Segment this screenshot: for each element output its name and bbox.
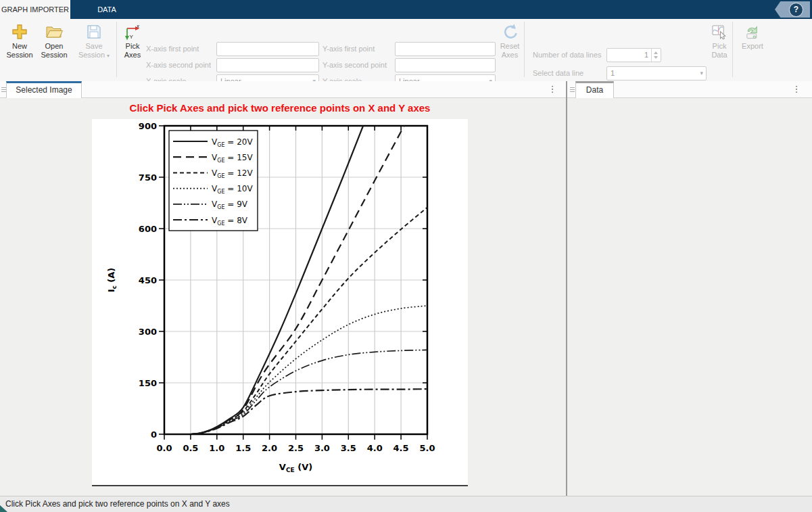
help-glyph: ? bbox=[794, 5, 798, 14]
tab-selected-image-label: Selected Image bbox=[16, 85, 72, 95]
tab-data[interactable]: Data bbox=[575, 81, 614, 98]
x-tick-label: 2.0 bbox=[262, 443, 277, 453]
svg-text:x: x bbox=[136, 23, 140, 29]
chevron-down-icon: ▾ bbox=[700, 67, 703, 80]
x-second-point-input[interactable] bbox=[216, 58, 319, 72]
open-session-button[interactable]: Open Session bbox=[37, 22, 72, 66]
pick-axes-icon: x Y bbox=[124, 23, 141, 41]
y-second-point-input[interactable] bbox=[395, 58, 496, 72]
y-axis-title: Ic (A) bbox=[106, 268, 118, 293]
reset-axes-label1: Reset bbox=[496, 42, 523, 51]
open-session-label2: Session bbox=[37, 51, 72, 60]
app-tab-graph-importer-label: GRAPH IMPORTER bbox=[1, 5, 69, 14]
pick-axes-button[interactable]: x Y Pick Axes bbox=[120, 22, 145, 66]
new-session-button[interactable]: New Session bbox=[4, 22, 35, 66]
select-data-line-combo[interactable]: 1 ▾ bbox=[606, 66, 707, 80]
dropdown-caret-icon: ▾ bbox=[107, 53, 110, 59]
data-panel bbox=[567, 98, 812, 496]
x-axis-title: VCE (V) bbox=[279, 462, 312, 473]
tab-data-label: Data bbox=[586, 85, 603, 95]
pick-data-label2: Data bbox=[706, 51, 733, 60]
section-separator bbox=[732, 22, 733, 77]
legend-entry-label: VGE = 8V bbox=[212, 216, 248, 227]
x-tick-label: 2.5 bbox=[288, 443, 304, 453]
export-button[interactable]: Export bbox=[739, 22, 766, 66]
save-session-button[interactable]: Save Session ▾ bbox=[74, 22, 114, 66]
reset-axes-button[interactable]: Reset Axes bbox=[496, 22, 523, 66]
export-label: Export bbox=[739, 42, 766, 51]
x-tick-label: 1.0 bbox=[209, 443, 224, 453]
selected-image-panel: Click Pick Axes and pick two reference p… bbox=[0, 98, 566, 496]
number-of-data-lines-value: 1 bbox=[644, 51, 648, 59]
help-button[interactable]: ? bbox=[775, 1, 810, 18]
new-session-icon bbox=[11, 23, 28, 41]
status-message: Click Pick Axes and pick two reference p… bbox=[5, 496, 230, 512]
pick-axes-label2: Axes bbox=[120, 51, 145, 60]
y-tick-label: 900 bbox=[139, 121, 157, 131]
export-icon bbox=[744, 23, 761, 41]
open-session-label1: Open bbox=[37, 42, 72, 51]
y-tick-label: 450 bbox=[139, 275, 157, 285]
app-header: GRAPH IMPORTER DATA ? bbox=[0, 0, 812, 19]
section-separator bbox=[524, 22, 525, 77]
pick-data-button[interactable]: Pick Data bbox=[706, 22, 733, 66]
select-data-line-label: Select data line bbox=[533, 68, 583, 78]
spin-down-icon bbox=[654, 56, 658, 59]
right-panel-menu-icon[interactable]: ⋮ bbox=[792, 83, 801, 96]
number-of-data-lines-label: Number of data lines bbox=[533, 50, 602, 60]
graph-importer-window: GRAPH IMPORTER DATA ? New Session Open S… bbox=[0, 0, 812, 512]
pick-data-icon bbox=[711, 23, 728, 41]
x-second-point-label: X-axis second point bbox=[146, 60, 211, 70]
save-session-icon bbox=[85, 23, 103, 41]
save-session-label2: Session ▾ bbox=[74, 51, 114, 60]
status-bar: Click Pick Axes and pick two reference p… bbox=[0, 496, 812, 512]
spinner-buttons[interactable] bbox=[651, 49, 661, 62]
reset-axes-label2: Axes bbox=[496, 51, 523, 60]
y-tick-label: 0 bbox=[151, 429, 157, 440]
x-tick-label: 4.0 bbox=[367, 443, 383, 453]
y-first-point-label: Y-axis first point bbox=[323, 44, 375, 53]
open-session-icon bbox=[45, 23, 63, 41]
app-tab-graph-importer[interactable]: GRAPH IMPORTER bbox=[0, 0, 70, 19]
pick-axes-label1: Pick bbox=[120, 42, 145, 51]
y-second-point-label: Y-axis second point bbox=[323, 60, 387, 70]
svg-text:Y: Y bbox=[130, 34, 134, 40]
panel-grip-icon[interactable] bbox=[1, 86, 6, 93]
select-data-line-value: 1 bbox=[611, 69, 615, 77]
pick-data-label1: Pick bbox=[706, 42, 733, 51]
pick-axes-message: Click Pick Axes and pick two reference p… bbox=[92, 102, 468, 114]
x-first-point-input[interactable] bbox=[216, 42, 319, 56]
y-tick-label: 750 bbox=[139, 172, 157, 183]
new-session-label2: Session bbox=[4, 51, 35, 60]
x-tick-label: 0.0 bbox=[156, 443, 172, 453]
app-tab-data-label: DATA bbox=[97, 5, 116, 14]
new-session-label1: New bbox=[4, 42, 35, 51]
x-first-point-label: X-axis first point bbox=[146, 44, 199, 53]
panel-grip-icon[interactable] bbox=[570, 86, 575, 93]
y-tick-label: 600 bbox=[139, 224, 157, 234]
selected-image[interactable]: 0.00.51.01.52.02.53.03.54.04.55.00150300… bbox=[92, 119, 468, 486]
section-separator bbox=[116, 22, 117, 77]
x-tick-label: 4.5 bbox=[393, 443, 409, 453]
x-tick-label: 3.0 bbox=[314, 443, 330, 453]
y-tick-label: 300 bbox=[139, 327, 157, 337]
right-panel-tabbar: Data ⋮ bbox=[567, 81, 812, 98]
y-tick-label: 150 bbox=[139, 378, 157, 388]
x-tick-label: 3.5 bbox=[341, 443, 356, 453]
help-icon: ? bbox=[789, 3, 803, 17]
reset-axes-icon bbox=[501, 23, 519, 41]
spin-up-icon bbox=[654, 51, 658, 54]
save-session-label1: Save bbox=[74, 42, 114, 51]
left-panel-menu-icon[interactable]: ⋮ bbox=[548, 83, 557, 96]
app-tab-data[interactable]: DATA bbox=[70, 0, 143, 19]
selected-image-chart[interactable]: 0.00.51.01.52.02.53.03.54.04.55.00150300… bbox=[92, 119, 468, 484]
number-of-data-lines-spinner[interactable]: 1 bbox=[606, 48, 661, 62]
y-first-point-input[interactable] bbox=[395, 42, 496, 56]
toolstrip: New Session Open Session Save Session ▾ bbox=[0, 19, 812, 81]
legend-entry-label: VGE = 9V bbox=[212, 200, 248, 210]
x-tick-label: 1.5 bbox=[235, 443, 251, 453]
tab-selected-image[interactable]: Selected Image bbox=[6, 81, 82, 98]
x-tick-label: 5.0 bbox=[419, 443, 435, 453]
x-tick-label: 0.5 bbox=[183, 443, 198, 453]
left-panel-tabbar: Selected Image ⋮ bbox=[0, 81, 566, 98]
